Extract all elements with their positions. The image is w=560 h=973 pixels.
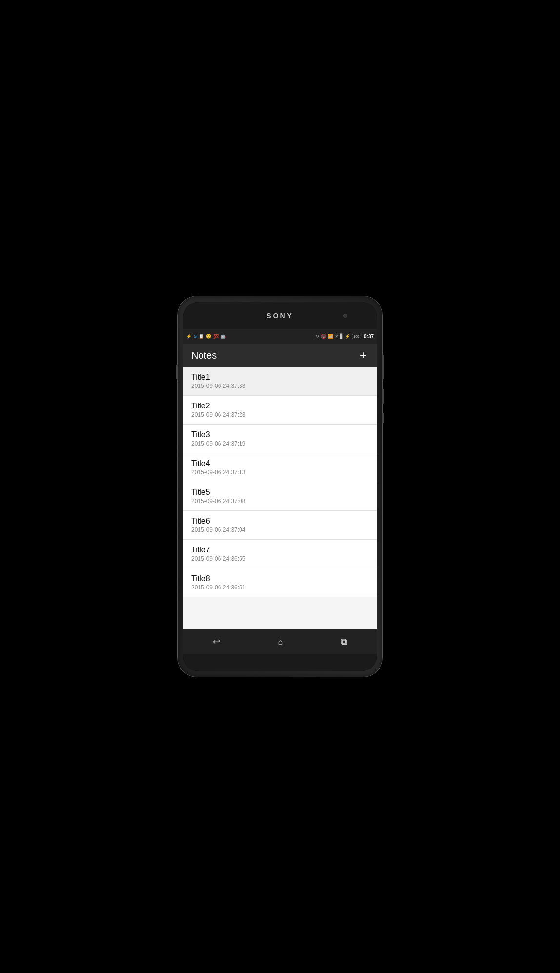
cash-icon: 💯 [213, 334, 219, 339]
note-title-4: Title4 [191, 459, 369, 468]
note-title-6: Title6 [191, 517, 369, 526]
note-date-5: 2015-09-06 24:37:08 [191, 498, 369, 505]
note-date-7: 2015-09-06 24:36:55 [191, 555, 369, 562]
note-item-2[interactable]: Title2 2015-09-06 24:37:23 [183, 396, 377, 425]
bottom-bezel [183, 654, 377, 671]
battery-indicator: 100 [352, 334, 360, 339]
note-title-1: Title1 [191, 373, 369, 382]
note-item-8[interactable]: Title8 2015-09-06 24:36:51 [183, 568, 377, 597]
note-item-5[interactable]: Title5 2015-09-06 24:37:08 [183, 482, 377, 511]
home-button[interactable]: ⌂ [268, 633, 293, 651]
note-title-5: Title5 [191, 488, 369, 497]
note-date-1: 2015-09-06 24:37:33 [191, 383, 369, 389]
note-item-4[interactable]: Title4 2015-09-06 24:37:13 [183, 453, 377, 482]
status-right-icons: ⟳ 📵 📶 ✕ ▊ ⚡ 100 0:37 [316, 334, 374, 339]
note-item-6[interactable]: Title6 2015-09-06 24:37:04 [183, 511, 377, 540]
status-left-icons: ⚡ S 📋 😊 💯 🤖 [186, 334, 316, 339]
note-title-3: Title3 [191, 430, 369, 439]
usb-icon: ⚡ [186, 334, 192, 339]
no-signal-icon: ✕ [335, 334, 339, 339]
status-time: 0:37 [364, 334, 374, 339]
phone-frame: SONY ⚡ S 📋 😊 💯 🤖 ⟳ 📵 📶 ✕ [178, 296, 382, 677]
note-title-2: Title2 [191, 402, 369, 410]
recents-button[interactable]: ⧉ [331, 633, 357, 651]
android-icon: 🤖 [220, 334, 226, 339]
volume-button-right[interactable] [382, 389, 384, 404]
volume-button-left[interactable] [176, 365, 178, 379]
add-note-button[interactable]: + [358, 347, 369, 363]
screen-area: ⚡ S 📋 😊 💯 🤖 ⟳ 📵 📶 ✕ ▊ ⚡ 100 [183, 329, 377, 654]
note-item-7[interactable]: Title7 2015-09-06 24:36:55 [183, 540, 377, 568]
note-item-1[interactable]: Title1 2015-09-06 24:37:33 [183, 367, 377, 396]
phone-screen: SONY ⚡ S 📋 😊 💯 🤖 ⟳ 📵 📶 ✕ [183, 302, 377, 671]
notes-list: Title1 2015-09-06 24:37:33 Title2 2015-0… [183, 367, 377, 629]
skype-icon: S [194, 334, 197, 339]
nav-bar: ↩ ⌂ ⧉ [183, 629, 377, 654]
note-title-8: Title8 [191, 574, 369, 583]
status-bar: ⚡ S 📋 😊 💯 🤖 ⟳ 📵 📶 ✕ ▊ ⚡ 100 [183, 329, 377, 344]
note-title-7: Title7 [191, 546, 369, 554]
emoji-icon: 😊 [206, 334, 211, 339]
brand-logo: SONY [266, 312, 294, 320]
note-date-6: 2015-09-06 24:37:04 [191, 527, 369, 533]
camera-lens [343, 314, 347, 318]
back-button[interactable]: ↩ [203, 632, 230, 651]
wifi-icon: 📶 [328, 334, 333, 339]
note-date-2: 2015-09-06 24:37:23 [191, 411, 369, 418]
note-item-3[interactable]: Title3 2015-09-06 24:37:19 [183, 425, 377, 453]
charge-icon: ⚡ [345, 334, 350, 339]
app-header: Notes + [183, 344, 377, 367]
app-title: Notes [191, 350, 217, 361]
rotate-icon: ⟳ [316, 334, 320, 339]
note-date-3: 2015-09-06 24:37:19 [191, 440, 369, 447]
clipboard-icon: 📋 [199, 334, 204, 339]
power-button[interactable] [382, 355, 384, 379]
note-date-8: 2015-09-06 24:36:51 [191, 584, 369, 591]
top-bezel: SONY [183, 302, 377, 329]
signal-icon: ▊ [340, 334, 343, 339]
note-date-4: 2015-09-06 24:37:13 [191, 469, 369, 476]
camera-button[interactable] [382, 413, 384, 423]
phone-mute-icon: 📵 [321, 334, 326, 339]
